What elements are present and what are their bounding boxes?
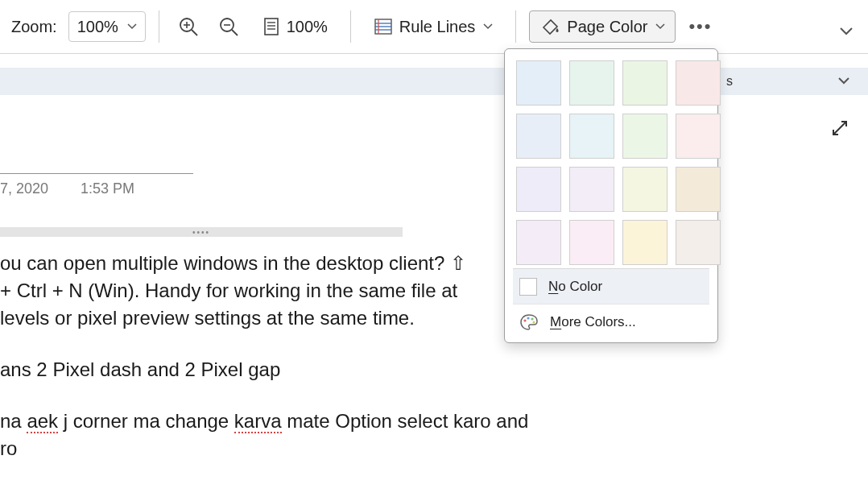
rule-lines-icon bbox=[374, 18, 393, 35]
page-color-popup: No Color More Colors... bbox=[504, 48, 718, 343]
no-color-option[interactable]: No Color bbox=[513, 268, 709, 304]
color-swatch-10[interactable] bbox=[622, 167, 668, 212]
ribbon-collapse-button[interactable] bbox=[839, 26, 854, 37]
view-toolbar: Zoom: 100% 100% bbox=[0, 0, 868, 54]
page-width-value: 100% bbox=[287, 18, 328, 36]
more-colors-label: More Colors... bbox=[550, 314, 636, 330]
page-color-label: Page Color bbox=[567, 18, 647, 36]
chevron-down-icon bbox=[127, 22, 137, 31]
color-swatch-5[interactable] bbox=[569, 114, 614, 159]
body-paragraph-3: na aek j corner ma change karva mate Opt… bbox=[0, 408, 580, 462]
body-paragraph-1: ou can open multiple windows in the desk… bbox=[0, 250, 580, 332]
zoom-in-button[interactable] bbox=[172, 10, 205, 43]
zoom-out-icon bbox=[218, 16, 239, 37]
palette-icon bbox=[519, 313, 539, 331]
color-swatch-9[interactable] bbox=[569, 167, 614, 212]
color-swatch-8[interactable] bbox=[516, 167, 561, 212]
color-swatch-13[interactable] bbox=[569, 220, 614, 265]
svg-rect-7 bbox=[265, 19, 278, 35]
color-swatch-4[interactable] bbox=[516, 114, 561, 159]
more-colors-option[interactable]: More Colors... bbox=[513, 304, 709, 339]
note-meta: 7, 2020 1:53 PM bbox=[0, 180, 134, 197]
container-resize-handle[interactable]: •••• bbox=[0, 227, 403, 237]
chevron-down-icon bbox=[839, 26, 854, 37]
chevron-down-icon bbox=[483, 22, 493, 31]
subbar-text-fragment: s bbox=[726, 74, 733, 89]
title-underline bbox=[0, 173, 193, 174]
separator bbox=[350, 10, 351, 43]
separator bbox=[159, 10, 159, 43]
svg-line-1 bbox=[192, 30, 197, 35]
chevron-down-icon[interactable] bbox=[837, 77, 850, 86]
color-swatch-6[interactable] bbox=[622, 114, 668, 159]
chevron-down-icon bbox=[655, 22, 665, 31]
svg-point-16 bbox=[523, 319, 526, 321]
color-swatch-1[interactable] bbox=[569, 60, 614, 106]
no-color-swatch-icon bbox=[519, 278, 537, 296]
zoom-in-icon bbox=[178, 16, 199, 37]
zoom-level-select[interactable]: 100% bbox=[68, 11, 146, 42]
resize-diagonal-icon bbox=[831, 119, 849, 137]
expand-window-button[interactable] bbox=[831, 119, 849, 137]
rule-lines-label: Rule Lines bbox=[399, 18, 476, 36]
color-swatch-15[interactable] bbox=[676, 220, 721, 265]
page-width-icon bbox=[262, 17, 280, 36]
svg-point-19 bbox=[532, 321, 535, 323]
page-color-button[interactable]: Page Color bbox=[529, 10, 676, 43]
ellipsis-icon: ••• bbox=[688, 16, 712, 37]
note-body[interactable]: ou can open multiple windows in the desk… bbox=[0, 250, 580, 487]
zoom-label: Zoom: bbox=[11, 18, 60, 36]
color-swatch-7[interactable] bbox=[676, 114, 721, 159]
color-swatch-14[interactable] bbox=[622, 220, 668, 265]
svg-line-5 bbox=[232, 30, 238, 35]
color-swatch-12[interactable] bbox=[516, 220, 561, 265]
no-color-label: No Color bbox=[548, 279, 602, 295]
color-swatch-11[interactable] bbox=[676, 167, 721, 212]
rule-lines-button[interactable]: Rule Lines bbox=[364, 10, 503, 43]
page-width-button[interactable]: 100% bbox=[253, 10, 337, 43]
spellcheck-underline: karva bbox=[234, 410, 282, 433]
color-swatch-2[interactable] bbox=[622, 60, 668, 106]
note-time: 1:53 PM bbox=[81, 180, 134, 197]
svg-point-18 bbox=[531, 317, 533, 320]
color-swatch-3[interactable] bbox=[676, 60, 721, 106]
zoom-out-button[interactable] bbox=[213, 10, 245, 43]
zoom-value: 100% bbox=[77, 18, 118, 36]
svg-point-17 bbox=[527, 317, 529, 319]
color-swatch-0[interactable] bbox=[516, 60, 561, 106]
more-options-button[interactable]: ••• bbox=[684, 10, 717, 43]
separator bbox=[515, 10, 516, 43]
sub-toolbar: s bbox=[0, 68, 868, 95]
color-swatch-grid bbox=[513, 57, 709, 268]
spellcheck-underline: aek bbox=[27, 410, 58, 433]
paint-bucket-icon bbox=[539, 17, 560, 36]
body-paragraph-2: ans 2 Pixel dash and 2 Pixel gap bbox=[0, 356, 580, 383]
note-date: 7, 2020 bbox=[0, 180, 48, 197]
